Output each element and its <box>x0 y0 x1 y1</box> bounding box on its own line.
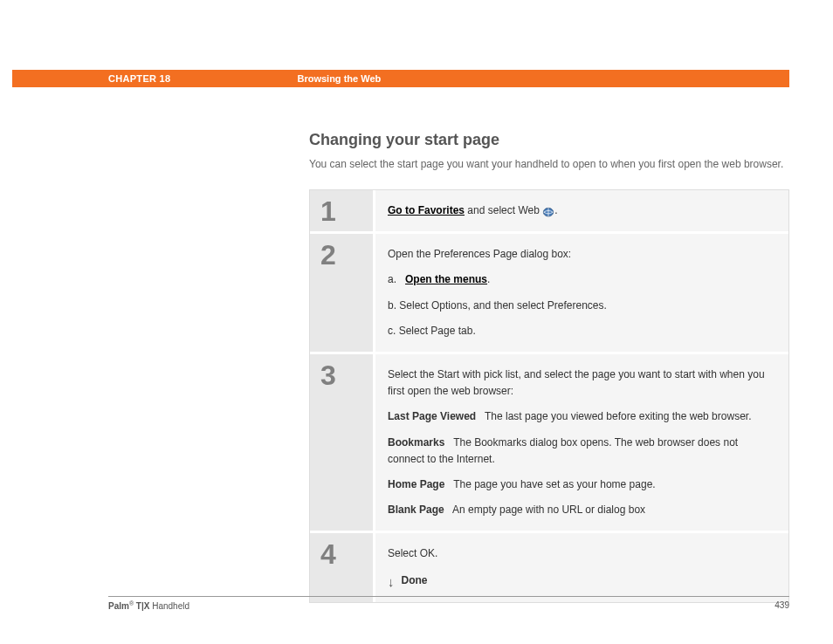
step-row: 2 Open the Preferences Page dialog box: … <box>310 234 788 354</box>
footer-product: Palm® T|X Handheld <box>108 600 189 611</box>
step-text: Select OK. <box>388 545 774 562</box>
option-row: Bookmarks The Bookmarks dialog box opens… <box>388 435 774 468</box>
done-arrow-icon: ↓ <box>388 575 395 588</box>
step-number: 2 <box>310 234 373 352</box>
web-icon <box>542 206 554 216</box>
step-row: 3 Select the Start with pick list, and s… <box>310 354 788 533</box>
option-row: Last Page Viewed The last page you viewe… <box>388 408 774 425</box>
page-footer: Palm® T|X Handheld 439 <box>108 596 789 611</box>
favorites-link[interactable]: Go to Favorites <box>388 204 465 216</box>
step-row: 1 Go to Favorites and select Web . <box>310 190 788 234</box>
open-menus-link[interactable]: Open the menus <box>405 273 487 285</box>
substep: a. Open the menus. <box>388 271 774 288</box>
option-row: Home Page The page you have set as your … <box>388 476 774 493</box>
step-text: Go to Favorites and select Web . <box>388 202 774 219</box>
step-row: 4 Select OK. ↓ Done <box>310 533 788 601</box>
breadcrumb: Browsing the Web <box>297 73 381 84</box>
section-title: Changing your start page <box>309 131 789 149</box>
chapter-label: CHAPTER 18 <box>108 73 170 84</box>
step-number: 3 <box>310 354 373 531</box>
page-number: 439 <box>774 600 789 611</box>
step-lead: Open the Preferences Page dialog box: <box>388 246 774 263</box>
step-number: 4 <box>310 533 373 601</box>
done-indicator: ↓ Done <box>388 572 774 589</box>
chapter-header: CHAPTER 18 Browsing the Web <box>0 70 833 87</box>
done-label: Done <box>402 572 428 589</box>
step-lead: Select the Start with pick list, and sel… <box>388 367 774 400</box>
step-number: 1 <box>310 190 373 231</box>
substep: b. Select Options, and then select Prefe… <box>388 298 774 314</box>
substep: c. Select Page tab. <box>388 323 774 339</box>
option-row: Blank Page An empty page with no URL or … <box>388 502 774 518</box>
steps-container: 1 Go to Favorites and select Web . 2 Ope… <box>309 189 789 603</box>
section-intro: You can select the start page you want y… <box>309 156 789 172</box>
